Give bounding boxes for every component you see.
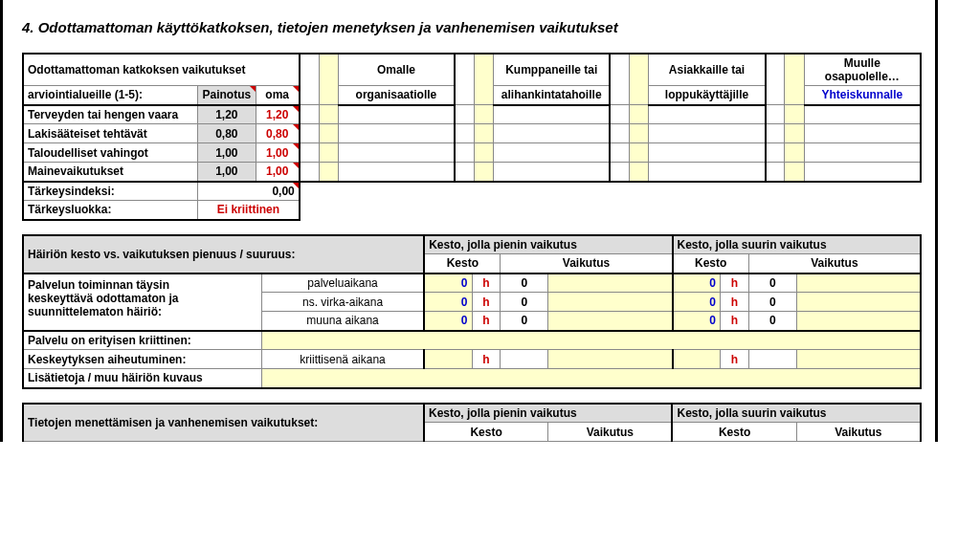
input-cell[interactable] <box>474 105 493 124</box>
painotus-cell[interactable]: 1,00 <box>198 143 256 163</box>
unit-h: h <box>472 293 501 312</box>
hdr-suur: Kesto, jolla suurin vaikutus <box>672 404 921 423</box>
val-cell: 0 <box>748 293 796 312</box>
unit-h: h <box>472 312 501 331</box>
input-cell[interactable] <box>424 350 472 369</box>
painotus-cell[interactable]: 1,20 <box>198 105 256 124</box>
input-cell[interactable] <box>785 163 804 182</box>
unit-h: h <box>720 274 748 293</box>
val-cell[interactable]: 0 <box>673 274 721 293</box>
hdr-main: Odottamattoman katkoksen vaikutukset <box>23 54 300 86</box>
input-cell[interactable] <box>548 274 673 293</box>
time-label: muuna aikana <box>261 312 424 331</box>
col-muu-1: Muulle osapuolelle… <box>804 54 921 86</box>
loss-table: Tietojen menettämisen ja vanhenemisen va… <box>22 403 922 443</box>
time-label: ns. virka-aikana <box>261 293 424 312</box>
val-cell: 0 <box>501 274 548 293</box>
val-cell: 0 <box>748 274 796 293</box>
lisa-label: Lisätietoja / muu häiriön kuvaus <box>23 369 261 388</box>
val-cell[interactable]: 0 <box>424 312 472 331</box>
input-cell[interactable] <box>796 293 921 312</box>
idx-value: 0,00 <box>198 182 300 201</box>
crit-label: Palvelu on erityisen kriittinen: <box>23 331 261 350</box>
input-cell[interactable] <box>319 105 338 124</box>
val-cell[interactable]: 0 <box>673 312 721 331</box>
val-cell[interactable]: 0 <box>424 274 472 293</box>
col-asiak-2: loppukäyttäjille <box>649 86 766 105</box>
input-cell[interactable] <box>785 124 804 143</box>
crit-input[interactable] <box>261 331 921 350</box>
painotus-cell[interactable]: 1,00 <box>198 163 256 182</box>
hdr-pien: Kesto, jolla pienin vaikutus <box>424 404 672 423</box>
val-cell: 0 <box>501 293 548 312</box>
input-cell[interactable] <box>630 105 649 124</box>
col-omalle-2: organisaatiolle <box>338 86 455 105</box>
input-cell[interactable] <box>630 124 649 143</box>
row-label: Taloudelliset vahingot <box>23 143 198 163</box>
val-cell: 0 <box>748 312 796 331</box>
input-cell[interactable] <box>796 274 921 293</box>
unit-h: h <box>720 312 748 331</box>
input-cell[interactable] <box>785 143 804 163</box>
input-cell[interactable] <box>796 350 921 369</box>
oma-cell[interactable]: 1,00 <box>256 163 300 182</box>
row-label: Lakisääteiset tehtävät <box>23 124 198 143</box>
sub-kesto: Kesto <box>424 254 501 274</box>
oma-cell[interactable]: 1,20 <box>256 105 300 124</box>
input-cell[interactable] <box>548 312 673 331</box>
hdr-duration: Häiriön kesto vs. vaikutuksen pienuus / … <box>23 235 424 274</box>
duration-table: Häiriön kesto vs. vaikutuksen pienuus / … <box>22 234 922 389</box>
time-label: palveluaikana <box>261 274 424 293</box>
input-cell[interactable] <box>785 105 804 124</box>
val-cell[interactable]: 0 <box>673 293 721 312</box>
col-asiak-1: Asiakkaille tai <box>649 54 766 86</box>
sub-vaik: Vaikutus <box>501 254 673 274</box>
unit-h: h <box>720 293 748 312</box>
input-cell[interactable] <box>630 143 649 163</box>
section-title: 4. Odottamattoman käyttökatkoksen, tieto… <box>22 19 916 35</box>
hdr-oma: oma <box>256 86 300 105</box>
col-muu-2[interactable]: Yhteiskunnalle <box>804 86 921 105</box>
hdr-loss: Tietojen menettämisen ja vanhenemisen va… <box>23 404 424 442</box>
col-kumpp-2: alihankintatahoille <box>494 86 611 105</box>
input-cell[interactable] <box>630 163 649 182</box>
input-cell[interactable] <box>319 163 338 182</box>
luokka-label: Tärkeysluokka: <box>23 201 198 220</box>
input-cell[interactable] <box>474 163 493 182</box>
luokka-value: Ei kriittinen <box>198 201 300 220</box>
kesk-label: Keskeytyksen aiheutuminen: <box>23 350 261 369</box>
sub-kesto: Kesto <box>672 423 796 442</box>
input-cell[interactable] <box>474 124 493 143</box>
hdr-painotus: Painotus <box>198 86 256 105</box>
hdr-pien: Kesto, jolla pienin vaikutus <box>424 235 672 254</box>
val-cell: 0 <box>501 312 548 331</box>
desc-block: Palvelun toiminnan täysin keskeyttävä od… <box>23 274 261 331</box>
val-cell[interactable]: 0 <box>424 293 472 312</box>
unit-h: h <box>720 350 748 369</box>
unit-h: h <box>472 274 501 293</box>
input-cell[interactable] <box>319 124 338 143</box>
oma-cell[interactable]: 1,00 <box>256 143 300 163</box>
unit-h: h <box>472 350 501 369</box>
hdr-suur: Kesto, jolla suurin vaikutus <box>673 235 921 254</box>
sub-vaik: Vaikutus <box>548 423 673 442</box>
input-cell[interactable] <box>673 350 721 369</box>
input-cell[interactable] <box>548 350 673 369</box>
input-cell[interactable] <box>796 312 921 331</box>
col-kumpp-1: Kumppaneille tai <box>494 54 611 86</box>
idx-label: Tärkeysindeksi: <box>23 182 198 201</box>
input-cell[interactable] <box>319 143 338 163</box>
sub-vaik: Vaikutus <box>748 254 921 274</box>
sub-kesto: Kesto <box>424 423 548 442</box>
impact-table: Odottamattoman katkoksen vaikutukset Oma… <box>22 53 922 221</box>
input-cell[interactable] <box>548 293 673 312</box>
lisa-input[interactable] <box>261 369 921 388</box>
sub-vaik: Vaikutus <box>796 423 921 442</box>
col-omalle-1: Omalle <box>338 54 455 86</box>
row-label: Terveyden tai hengen vaara <box>23 105 198 124</box>
oma-cell[interactable]: 0,80 <box>256 124 300 143</box>
painotus-cell[interactable]: 0,80 <box>198 124 256 143</box>
kesk-value: kriittisenä aikana <box>261 350 424 369</box>
input-cell[interactable] <box>474 143 493 163</box>
hdr-sub: arviointialueille (1-5): <box>23 86 198 105</box>
